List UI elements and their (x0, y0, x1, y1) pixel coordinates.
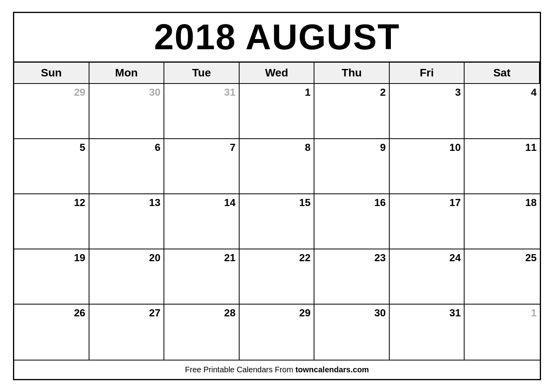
table-row: 29 (14, 84, 89, 139)
table-row: 19 (14, 249, 89, 305)
table-row: 1 (240, 84, 315, 139)
table-row: 8 (240, 139, 315, 194)
table-row: 26 (14, 305, 89, 360)
header-thu: Thu (314, 63, 390, 84)
header-mon: Mon (89, 63, 165, 84)
footer-site: towncalendars.com (296, 365, 369, 374)
table-row: 11 (465, 139, 540, 194)
table-row: 12 (14, 194, 89, 249)
table-row: 10 (390, 139, 465, 194)
footer-text: Free Printable Calendars From (185, 365, 296, 374)
table-row: 2 (314, 84, 390, 139)
table-row: 3 (390, 84, 465, 139)
calendar-grid: Sun Mon Tue Wed Thu Fri Sat 29 30 31 1 2… (14, 63, 540, 360)
header-sun: Sun (14, 63, 89, 84)
header-sat: Sat (465, 63, 540, 84)
table-row: 22 (240, 249, 315, 305)
table-row: 7 (164, 139, 240, 194)
table-row: 14 (164, 194, 240, 249)
calendar: 2018 AUGUST Sun Mon Tue Wed Thu Fri Sat … (13, 12, 541, 380)
table-row: 23 (314, 249, 390, 305)
table-row: 30 (89, 84, 165, 139)
calendar-footer: Free Printable Calendars From towncalend… (14, 360, 540, 379)
table-row: 1 (465, 305, 540, 360)
table-row: 28 (164, 305, 240, 360)
table-row: 24 (390, 249, 465, 305)
table-row: 31 (164, 84, 240, 139)
table-row: 9 (314, 139, 390, 194)
table-row: 4 (465, 84, 540, 139)
table-row: 27 (89, 305, 165, 360)
table-row: 17 (390, 194, 465, 249)
header-wed: Wed (240, 63, 315, 84)
header-fri: Fri (390, 63, 465, 84)
table-row: 30 (314, 305, 390, 360)
table-row: 5 (14, 139, 89, 194)
table-row: 15 (240, 194, 315, 249)
table-row: 18 (465, 194, 540, 249)
table-row: 20 (89, 249, 165, 305)
calendar-title: 2018 AUGUST (14, 13, 540, 63)
table-row: 21 (164, 249, 240, 305)
table-row: 25 (465, 249, 540, 305)
header-tue: Tue (164, 63, 240, 84)
table-row: 16 (314, 194, 390, 249)
table-row: 31 (390, 305, 465, 360)
table-row: 29 (240, 305, 315, 360)
table-row: 6 (89, 139, 165, 194)
table-row: 13 (89, 194, 165, 249)
